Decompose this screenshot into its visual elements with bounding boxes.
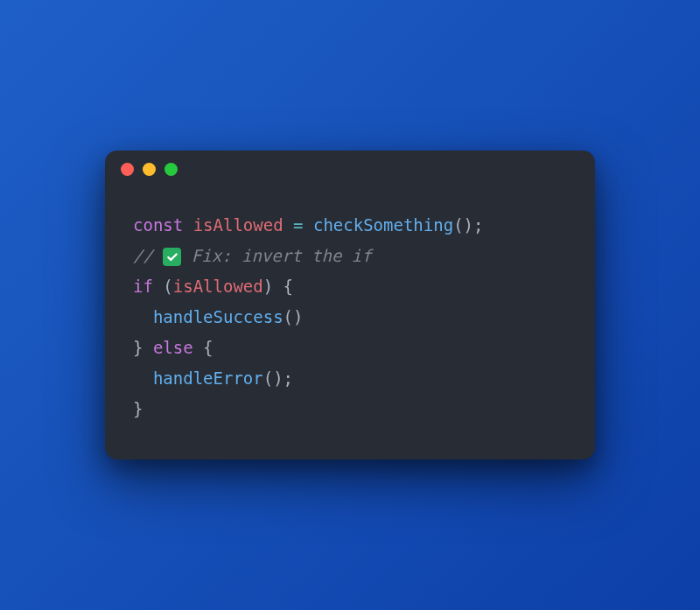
paren-open: ( — [153, 277, 173, 296]
code-line-1: const isAllowed = checkSomething(); — [133, 215, 483, 235]
indent — [133, 368, 153, 388]
call-parens: () — [284, 307, 304, 326]
comment-prefix: // — [133, 246, 163, 265]
operator-equals: = — [293, 215, 303, 235]
keyword-if: if — [133, 277, 153, 296]
code-line-2-comment: // Fix: invert the if — [133, 246, 372, 265]
code-line-6: handleError(); — [133, 368, 293, 388]
variable-isallowed: isAllowed — [173, 277, 263, 296]
function-handleerror: handleError — [153, 368, 263, 388]
close-button[interactable] — [121, 163, 134, 176]
code-content: const isAllowed = checkSomething(); // F… — [105, 189, 595, 460]
paren-close-brace: ) { — [263, 277, 293, 296]
brace-close: } — [133, 399, 143, 418]
comment-text: Fix: invert the if — [181, 246, 371, 265]
function-handlesuccess: handleSuccess — [153, 307, 284, 326]
check-icon — [163, 248, 181, 266]
keyword-else: else — [153, 338, 193, 357]
minimize-button[interactable] — [143, 163, 156, 176]
brace-close: } — [133, 338, 153, 357]
brace-open: { — [193, 338, 214, 357]
indent — [133, 307, 153, 326]
code-editor-window: const isAllowed = checkSomething(); // F… — [105, 151, 595, 460]
code-line-4: handleSuccess() — [133, 307, 304, 326]
call-parens: (); — [453, 215, 483, 235]
code-line-5: } else { — [133, 338, 214, 357]
code-line-7: } — [133, 399, 143, 418]
function-checksomething: checkSomething — [313, 215, 453, 235]
code-line-3: if (isAllowed) { — [133, 277, 293, 296]
call-parens: (); — [263, 368, 293, 388]
maximize-button[interactable] — [164, 163, 178, 176]
keyword-const: const — [133, 215, 183, 235]
window-titlebar — [105, 151, 595, 189]
variable-isallowed: isAllowed — [193, 215, 284, 235]
